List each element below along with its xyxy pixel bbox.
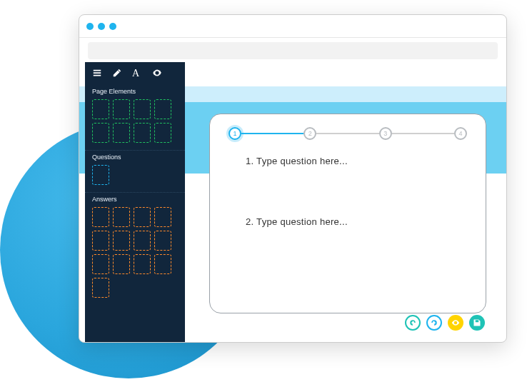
answer-tile[interactable]: [134, 231, 151, 251]
window-dot: [98, 23, 105, 30]
step-4[interactable]: 4: [454, 127, 467, 140]
answer-tile[interactable]: [154, 254, 171, 274]
answer-tile[interactable]: [92, 278, 109, 298]
sidebar: A Page Elements: [85, 62, 185, 342]
answer-tile[interactable]: [154, 231, 171, 251]
sidebar-section-page-elements: Page Elements: [85, 85, 185, 151]
page-element-tile[interactable]: [113, 123, 130, 143]
sidebar-section-questions: Questions: [85, 151, 185, 193]
undo-button[interactable]: [405, 315, 421, 331]
page-element-tile[interactable]: [113, 99, 130, 119]
step-1[interactable]: 1: [229, 127, 241, 140]
section-title: Questions: [92, 154, 178, 161]
page-element-tile[interactable]: [154, 99, 171, 119]
answer-tile[interactable]: [134, 254, 151, 274]
stepper: 1 2 3 4: [229, 127, 467, 140]
step-connector: [241, 133, 303, 134]
answers-grid: [92, 207, 178, 298]
question-input-1[interactable]: 1. Type question here...: [246, 156, 467, 166]
page-element-tile[interactable]: [134, 123, 151, 143]
step-2[interactable]: 2: [303, 127, 316, 140]
answer-tile[interactable]: [92, 207, 109, 227]
answer-tile[interactable]: [113, 207, 130, 227]
section-title: Page Elements: [92, 88, 178, 95]
sidebar-section-answers: Answers: [85, 193, 185, 305]
sidebar-tabs: A: [85, 62, 185, 85]
question-input-2[interactable]: 2. Type question here...: [246, 216, 467, 227]
font-icon[interactable]: A: [132, 69, 142, 79]
step-connector: [316, 133, 378, 134]
browser-window: A Page Elements: [79, 14, 507, 343]
window-dot: [109, 23, 116, 30]
answer-tile[interactable]: [154, 207, 171, 227]
page-element-tile[interactable]: [154, 123, 171, 143]
page-elements-grid: [92, 99, 178, 143]
save-button[interactable]: [469, 315, 485, 331]
address-bar[interactable]: [88, 42, 498, 59]
answer-tile[interactable]: [92, 231, 109, 251]
page-element-tile[interactable]: [92, 99, 109, 119]
action-bar: [405, 315, 485, 331]
redo-button[interactable]: [426, 315, 442, 331]
preview-button[interactable]: [448, 315, 463, 331]
answer-tile[interactable]: [113, 254, 130, 274]
page-card: 1 2 3 4 1. Type question here... 2. Type…: [209, 114, 486, 313]
questions-grid: [92, 165, 178, 185]
edit-icon[interactable]: [112, 68, 122, 79]
window-titlebar: [79, 15, 506, 38]
question-tile[interactable]: [92, 165, 109, 185]
window-dot: [86, 23, 94, 30]
app-canvas: A Page Elements: [79, 62, 506, 342]
step-connector: [392, 133, 454, 134]
gear-icon[interactable]: [152, 68, 162, 79]
answer-tile[interactable]: [113, 231, 130, 251]
step-3[interactable]: 3: [379, 127, 392, 140]
page-element-tile[interactable]: [134, 99, 151, 119]
answer-tile[interactable]: [134, 207, 151, 227]
section-title: Answers: [92, 196, 178, 203]
list-icon[interactable]: [92, 68, 102, 79]
page-element-tile[interactable]: [92, 123, 109, 143]
answer-tile[interactable]: [92, 254, 109, 274]
